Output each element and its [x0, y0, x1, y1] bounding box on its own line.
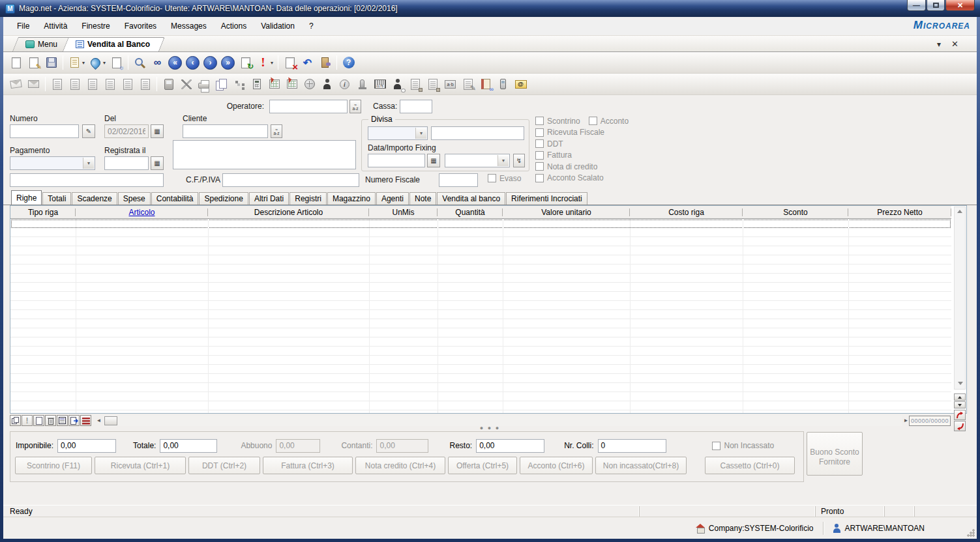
- fixing-combo[interactable]: [445, 154, 510, 167]
- del-input[interactable]: [104, 124, 149, 138]
- save-icon[interactable]: [42, 54, 60, 72]
- action-button-cassetto-ctrl-0[interactable]: Cassetto (Ctrl+0): [705, 457, 795, 474]
- cliente-address-box[interactable]: [173, 140, 356, 169]
- column-header-prezzo-netto[interactable]: Prezzo Netto: [848, 206, 951, 219]
- numero-edit-button[interactable]: ✎: [82, 124, 95, 138]
- numero-input[interactable]: [10, 124, 79, 138]
- menu-item-attivit[interactable]: Attività: [37, 19, 74, 33]
- row-spin-up-button[interactable]: [954, 393, 966, 401]
- report-menu-icon[interactable]: [66, 54, 83, 72]
- tab-note[interactable]: Note: [409, 192, 436, 205]
- document-options-icon[interactable]: ☼: [108, 54, 125, 72]
- tab-totali[interactable]: Totali: [42, 192, 71, 205]
- report-doc-6-icon[interactable]: [136, 76, 154, 93]
- action-button-acconto-ctrl-6[interactable]: Acconto (Ctrl+6): [520, 457, 593, 474]
- checkbox-ddt[interactable]: [535, 139, 544, 148]
- export-row-icon[interactable]: [68, 415, 80, 426]
- minimize-button[interactable]: —: [907, 0, 926, 11]
- refresh-document-icon[interactable]: ↻: [237, 54, 254, 72]
- maximize-button[interactable]: [927, 0, 945, 11]
- column-header-tipo-riga[interactable]: Tipo riga: [10, 206, 76, 219]
- total-value-contanti[interactable]: 0,00: [376, 439, 428, 453]
- tab-agenti[interactable]: Agenti: [376, 192, 409, 205]
- numero-fiscale-input[interactable]: [439, 173, 478, 187]
- fixing-date-input[interactable]: [368, 154, 425, 167]
- column-header-descrizione-articolo[interactable]: Descrizione Articolo: [208, 206, 369, 219]
- menu-item-?[interactable]: ?: [302, 19, 321, 33]
- menu-item-favorites[interactable]: Favorites: [117, 19, 164, 33]
- pagamento-combo[interactable]: [10, 156, 95, 170]
- menu-item-finestre[interactable]: Finestre: [74, 19, 117, 33]
- nav-prev-icon[interactable]: ‹: [184, 54, 201, 72]
- document-tab-vendita-al-banco[interactable]: Vendita al Banco: [63, 37, 159, 51]
- tab-spese[interactable]: Spese: [118, 192, 151, 205]
- tab-spedizione[interactable]: Spedizione: [199, 192, 248, 205]
- column-header-costo-riga[interactable]: Costo riga: [630, 206, 743, 219]
- stamp-doc-2-icon[interactable]: [424, 76, 441, 93]
- total-value-abbuono[interactable]: 0,00: [276, 439, 320, 453]
- export-web-2-icon[interactable]: [283, 76, 301, 93]
- column-header-articolo[interactable]: Articolo: [76, 206, 208, 219]
- scroll-down-icon[interactable]: [958, 382, 963, 385]
- tab-close-icon[interactable]: ✕: [951, 39, 958, 49]
- cliente-input[interactable]: [183, 124, 268, 138]
- divisa-importo-input[interactable]: [431, 126, 524, 140]
- registrata-calendar-button[interactable]: ▦: [151, 156, 164, 170]
- report-doc-2-icon[interactable]: [66, 76, 83, 93]
- buono-sconto-fornitore-button[interactable]: Buono Sconto Fornitore: [807, 432, 863, 476]
- export-web-1-icon[interactable]: [265, 76, 283, 93]
- report-doc-4-icon[interactable]: [101, 76, 119, 93]
- menu-item-actions[interactable]: Actions: [214, 19, 254, 33]
- splitter-handle[interactable]: ● ● ●: [3, 427, 977, 431]
- tab-vendita-al-banco[interactable]: Vendita al banco: [437, 192, 505, 205]
- row-spin-down-button[interactable]: [954, 401, 966, 408]
- nav-next-icon[interactable]: ›: [201, 54, 219, 72]
- del-calendar-button[interactable]: ▦: [151, 124, 164, 138]
- tools-icon[interactable]: [177, 76, 195, 93]
- exit-door-icon[interactable]: [316, 54, 334, 72]
- copy-row-icon[interactable]: [10, 415, 21, 426]
- grid-horizontal-scrollbar[interactable]: [103, 416, 902, 426]
- info-balloon-icon[interactable]: i: [336, 76, 353, 93]
- find-in-document-icon[interactable]: ∞: [149, 54, 166, 72]
- total-value-resto[interactable]: 0,00: [476, 439, 544, 453]
- action-button-nota-credito-ctrl-4[interactable]: Nota credito (Ctrl+4): [355, 457, 445, 474]
- action-button-scontrino-f11[interactable]: Scontrino (F11): [15, 457, 92, 474]
- action-button-non-incassato-ctrl-8[interactable]: Non incassato(Ctrl+8): [595, 457, 687, 474]
- undo-icon[interactable]: ↶: [299, 54, 316, 72]
- tab-scadenze[interactable]: Scadenze: [72, 192, 117, 205]
- note-edit-icon[interactable]: ✎: [459, 76, 477, 93]
- print-icon[interactable]: [195, 76, 213, 93]
- validate-icon[interactable]: !: [254, 54, 272, 72]
- tab-contabilità[interactable]: Contabilità: [151, 192, 199, 205]
- find-icon[interactable]: [131, 54, 149, 72]
- cassa-input[interactable]: [400, 100, 432, 113]
- grid-vertical-scrollbar[interactable]: [954, 207, 966, 390]
- checkbox-acconto-scalato[interactable]: [535, 174, 544, 182]
- send-mail-icon[interactable]: [25, 76, 42, 93]
- mobile-device-icon[interactable]: [494, 76, 512, 93]
- checkbox-scontrino[interactable]: [535, 117, 544, 125]
- document-tab-menu[interactable]: Menu: [12, 37, 67, 51]
- grid-focus-row[interactable]: [11, 220, 951, 228]
- scroll-up-icon[interactable]: [957, 210, 962, 213]
- operatore-lookup-button[interactable]: ≈a-z: [349, 100, 361, 113]
- hscroll-left-icon[interactable]: ◄: [96, 416, 102, 425]
- barcode-icon[interactable]: 0176: [371, 76, 389, 93]
- customer-person-icon[interactable]: [318, 76, 336, 93]
- nav-last-icon[interactable]: »: [219, 54, 237, 72]
- checkbox-ricevuta-fiscale[interactable]: [535, 128, 544, 137]
- action-button-offerta-ctrl-5[interactable]: Offerta (Ctrl+5): [448, 457, 517, 474]
- operatore-input[interactable]: [269, 100, 348, 113]
- address-book-icon[interactable]: ∞: [477, 76, 494, 93]
- pos-device-icon[interactable]: [160, 76, 177, 93]
- close-button[interactable]: ✕: [945, 0, 975, 11]
- grid-body[interactable]: [10, 219, 951, 413]
- tab-riferimenti-incrociati[interactable]: Riferimenti Incrociati: [506, 192, 587, 205]
- new-row-icon[interactable]: [33, 415, 44, 426]
- registrata-input[interactable]: [104, 156, 149, 170]
- cliente-lookup-button[interactable]: ≈a-z: [271, 124, 282, 138]
- total-value-nr-colli[interactable]: 0: [598, 439, 666, 453]
- total-value-imponibile[interactable]: 0,00: [57, 439, 116, 453]
- report-doc-5-icon[interactable]: [119, 76, 136, 93]
